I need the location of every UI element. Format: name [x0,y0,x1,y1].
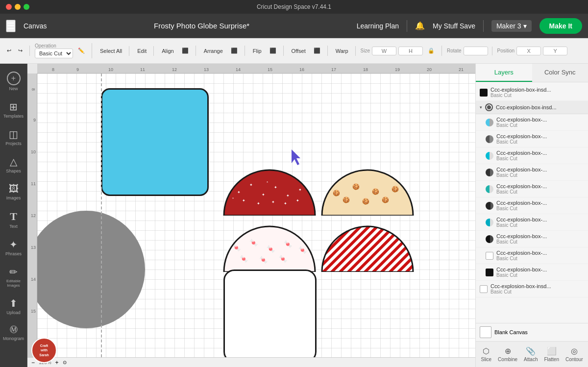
position-y-input[interactable] [543,47,567,55]
align-button[interactable]: Align [159,46,176,56]
zoom-out-button[interactable]: − [31,359,35,366]
width-input[interactable] [372,47,396,55]
layer-icon [486,185,493,193]
top-bar: ☰ Canvas Frosty Photo Globe Surprise* Le… [0,14,588,38]
layer-item[interactable]: Ccc-explosion-box-... Basic Cut [476,197,588,214]
layer-item[interactable]: Ccc-explosion-box-... Basic Cut [476,131,588,147]
svg-text:🍪: 🍪 [352,183,360,190]
pen-tool-button[interactable]: ✏️ [75,46,88,56]
svg-text:*: * [267,180,268,185]
svg-text:🍪: 🍪 [362,197,369,205]
document-title: Frosty Photo Globe Surprise* [52,22,350,30]
layer-item[interactable]: Ccc-explosion-box-insd... Basic Cut [476,281,588,297]
left-sidebar: + New ⊞ Templates ◫ Projects △ Shapes 🖼 … [0,64,27,367]
operation-select[interactable]: Basic Cut [35,49,73,58]
menu-button[interactable]: ☰ [6,20,16,32]
white-rounded-square[interactable] [223,269,317,357]
layer-item[interactable]: Ccc-explosion-box-... Basic Cut [476,164,588,181]
arrange-button[interactable]: Arrange [201,46,226,56]
svg-text:✦: ✦ [286,194,290,198]
zoom-fit-button[interactable]: ⊙ [63,360,67,365]
flatten-button[interactable]: ⬜ Flatten [542,344,561,364]
red-semicircle[interactable]: ✦✦✦ ✦✦✦ ✦✦✦ ✦✦ ** [222,167,317,216]
canvas-grid: ✦✦✦ ✦✦✦ ✦✦✦ ✦✦ ** [37,73,475,357]
layer-icon [480,89,488,97]
position-group: Position [497,47,572,55]
app-title: Cricut Design Space v7.44.1 [257,3,331,10]
tab-color-sync[interactable]: Color Sync [532,64,588,82]
offset-options-btn[interactable]: ⬛ [311,46,323,56]
layer-icon [480,285,488,293]
sidebar-item-templates[interactable]: ⊞ Templates [1,97,26,122]
sidebar-item-phrases[interactable]: ✦ Phrases [1,235,26,260]
flip-button[interactable]: Flip [250,46,265,56]
layer-item[interactable]: Ccc-explosion-box-... Basic Cut [476,114,588,131]
warp-button[interactable]: Warp [333,46,351,56]
layer-item[interactable]: Ccc-explosion-box-... Basic Cut [476,181,588,197]
zoom-in-button[interactable]: + [55,359,59,366]
panel-actions: ⬡ Slice ⊕ Combine 📎 Attach ⬜ Flatten ◎ C… [476,341,588,367]
select-all-button[interactable]: Select All [97,46,125,56]
monogram-icon: Ⓜ [10,325,18,335]
contour-button[interactable]: ◎ Contour [564,344,585,364]
canvas-objects: ✦✦✦ ✦✦✦ ✦✦✦ ✦✦ ** [37,73,475,357]
svg-text:✦: ✦ [271,200,275,204]
align-group: Align ⬛ [159,46,196,56]
canvas-area[interactable]: 8 9 10 11 12 13 14 15 16 17 18 19 20 21 … [27,64,475,367]
sidebar-item-editable-images[interactable]: ✏ Editable Images [1,262,26,292]
maximize-button[interactable] [24,4,29,10]
rotate-input[interactable] [464,47,488,55]
layer-item[interactable]: Ccc-explosion-box-... Basic Cut [476,231,588,247]
position-x-input[interactable] [516,47,541,55]
sidebar-item-projects[interactable]: ◫ Projects [1,124,26,150]
sidebar-item-images[interactable]: 🖼 Images [1,179,26,204]
height-input[interactable] [398,47,423,55]
candy-cane-semicircle[interactable]: 🍬🍬🍬 🍬🍬 🍬🍬🍬 [222,223,317,272]
toolbar: ↩ ↪ Operation Basic Cut ✏️ Select All Ed… [0,38,588,64]
layers-panel: Ccc-explosion-box-insd... Basic Cut ▾ Cc… [476,82,588,323]
blue-rounded-square[interactable] [101,88,209,196]
editable-images-icon: ✏ [9,266,18,278]
gray-circle[interactable] [37,211,145,328]
undo-button[interactable]: ↩ [4,46,14,56]
layer-item[interactable]: Ccc-explosion-box-insd... Basic Cut [476,84,588,101]
attach-button[interactable]: 📎 Attach [522,344,539,364]
redo-button[interactable]: ↪ [15,46,25,56]
edit-button[interactable]: Edit [134,46,149,56]
red-stripe-semicircle[interactable] [320,223,415,272]
learning-plan-link[interactable]: Learning Plan [357,22,399,30]
expand-arrow-icon: ▾ [480,105,482,110]
svg-text:*: * [232,196,234,201]
combine-button[interactable]: ⊕ Combine [496,344,519,364]
gingerbread-semicircle[interactable]: 🍪🍪🍪 🍪🍪🍪 🍪 [320,167,415,216]
make-it-button[interactable]: Make It [539,18,582,34]
offset-button[interactable]: Offset [289,46,309,56]
layer-icon [486,202,493,210]
tab-layers[interactable]: Layers [476,64,532,82]
layer-group-header[interactable]: ▾ Ccc-explosion-box-insd... [476,101,588,114]
layer-item[interactable]: Ccc-explosion-box-... Basic Cut [476,264,588,281]
ruler-vertical: 8 9 10 11 12 13 14 15 [27,73,37,367]
sidebar-item-new[interactable]: + New [1,68,26,95]
flip-options-btn[interactable]: ⬛ [267,46,279,56]
svg-text:✦: ✦ [257,201,260,206]
align-options-btn[interactable]: ⬛ [179,46,192,56]
layer-item[interactable]: Ccc-explosion-box-... Basic Cut [476,147,588,164]
svg-text:🍪: 🍪 [343,196,350,203]
minimize-button[interactable] [15,4,21,10]
layer-item[interactable]: Ccc-explosion-box-... Basic Cut [476,247,588,264]
mystuff-save-button[interactable]: My Stuff Save [433,22,475,30]
layer-item[interactable]: Ccc-explosion-box-... Basic Cut [476,214,588,231]
sidebar-item-upload[interactable]: ⬆ Upload [1,294,26,319]
lock-aspect-button[interactable]: 🔒 [425,46,438,56]
arrange-options-btn[interactable]: ⬛ [228,46,241,56]
close-button[interactable] [6,4,12,10]
sidebar-item-shapes[interactable]: △ Shapes [1,152,26,177]
blank-canvas-footer[interactable]: Blank Canvas [476,323,588,341]
svg-text:🍬: 🍬 [240,255,248,263]
notification-bell[interactable]: 🔔 [415,21,425,30]
sidebar-item-monogram[interactable]: Ⓜ Monogram [1,321,26,345]
slice-button[interactable]: ⬡ Slice [479,344,493,364]
sidebar-item-text[interactable]: T Text [1,206,26,233]
machine-selector[interactable]: Maker 3 ▾ [491,20,532,32]
